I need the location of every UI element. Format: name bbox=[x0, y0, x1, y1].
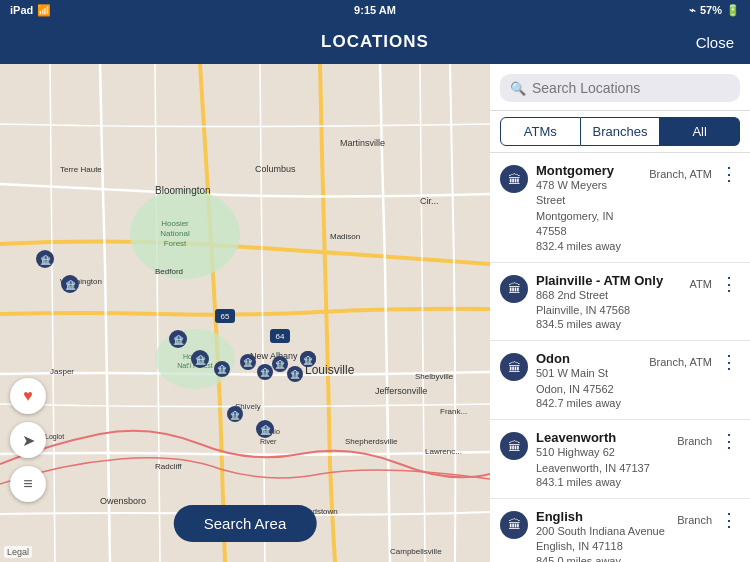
location-name: Plainville - ATM Only bbox=[536, 273, 678, 288]
location-distance: 843.1 miles away bbox=[536, 476, 665, 488]
svg-text:Radcliff: Radcliff bbox=[155, 462, 182, 471]
tab-branches[interactable]: Branches bbox=[581, 117, 661, 146]
more-button[interactable]: ⋮ bbox=[718, 163, 740, 185]
wifi-icon: 📶 bbox=[37, 4, 51, 17]
location-info: Odon 501 W Main St Odon, IN 47562 842.7 … bbox=[536, 351, 637, 409]
search-bar-container: 🔍 bbox=[490, 64, 750, 111]
svg-text:Martinsville: Martinsville bbox=[340, 138, 385, 148]
list-item[interactable]: 🏛 Odon 501 W Main St Odon, IN 47562 842.… bbox=[490, 341, 750, 420]
svg-text:Shelbyville: Shelbyville bbox=[415, 372, 454, 381]
location-list: 🏛 Montgomery 478 W Meyers Street Montgom… bbox=[490, 153, 750, 562]
list-button[interactable]: ≡ bbox=[10, 466, 46, 502]
svg-text:🏦: 🏦 bbox=[40, 254, 52, 266]
location-icon: 🏛 bbox=[500, 165, 528, 193]
bluetooth-icon: ⌁ bbox=[689, 4, 696, 17]
svg-text:🏦: 🏦 bbox=[290, 369, 300, 379]
location-type: Branch bbox=[677, 514, 712, 526]
list-item[interactable]: 🏛 Montgomery 478 W Meyers Street Montgom… bbox=[490, 153, 750, 263]
svg-text:🏦: 🏦 bbox=[65, 279, 77, 291]
svg-text:River: River bbox=[260, 438, 277, 445]
location-distance: 832.4 miles away bbox=[536, 240, 637, 252]
svg-text:Jasper: Jasper bbox=[50, 367, 74, 376]
status-left: iPad 📶 bbox=[10, 4, 51, 17]
search-input-wrap[interactable]: 🔍 bbox=[500, 74, 740, 102]
svg-text:65: 65 bbox=[221, 312, 230, 321]
battery-label: 57% bbox=[700, 4, 722, 16]
svg-text:Cir...: Cir... bbox=[420, 196, 439, 206]
svg-text:🏦: 🏦 bbox=[243, 357, 253, 367]
svg-text:🏦: 🏦 bbox=[230, 410, 240, 420]
location-address: 478 W Meyers Street Montgomery, IN 47558 bbox=[536, 178, 637, 240]
location-icon: 🏛 bbox=[500, 432, 528, 460]
carrier-label: iPad bbox=[10, 4, 33, 16]
svg-text:Columbus: Columbus bbox=[255, 164, 296, 174]
header: LOCATIONS Close bbox=[0, 20, 750, 64]
list-item[interactable]: 🏛 Plainville - ATM Only 868 2nd Street P… bbox=[490, 263, 750, 342]
svg-text:Shepherdsville: Shepherdsville bbox=[345, 437, 398, 446]
svg-text:Terre Haute: Terre Haute bbox=[60, 165, 102, 174]
tab-all[interactable]: All bbox=[660, 117, 740, 146]
location-icon: 🏛 bbox=[500, 275, 528, 303]
more-button[interactable]: ⋮ bbox=[718, 273, 740, 295]
location-address: 200 South Indiana Avenue English, IN 471… bbox=[536, 524, 665, 555]
svg-text:Madison: Madison bbox=[330, 232, 360, 241]
svg-text:National: National bbox=[160, 229, 190, 238]
location-distance: 842.7 miles away bbox=[536, 397, 637, 409]
page-title: LOCATIONS bbox=[321, 32, 429, 52]
location-info: English 200 South Indiana Avenue English… bbox=[536, 509, 665, 562]
status-time: 9:15 AM bbox=[354, 4, 396, 16]
location-distance: 845.0 miles away bbox=[536, 555, 665, 562]
search-area-button[interactable]: Search Area bbox=[174, 505, 317, 542]
location-name: Leavenworth bbox=[536, 430, 665, 445]
svg-text:🏦: 🏦 bbox=[275, 359, 285, 369]
svg-text:64: 64 bbox=[276, 332, 285, 341]
location-icon: 🏛 bbox=[500, 511, 528, 539]
list-item[interactable]: 🏛 Leavenworth 510 Highway 62 Leavenworth… bbox=[490, 420, 750, 499]
location-address: 510 Highway 62 Leavenworth, IN 47137 bbox=[536, 445, 665, 476]
svg-text:Forest: Forest bbox=[164, 239, 187, 248]
svg-text:🏦: 🏦 bbox=[260, 424, 272, 436]
location-info: Plainville - ATM Only 868 2nd Street Pla… bbox=[536, 273, 678, 331]
svg-text:Owensboro: Owensboro bbox=[100, 496, 146, 506]
svg-text:🏦: 🏦 bbox=[195, 354, 207, 366]
more-button[interactable]: ⋮ bbox=[718, 509, 740, 531]
legal-label: Legal bbox=[4, 546, 32, 558]
location-info: Leavenworth 510 Highway 62 Leavenworth, … bbox=[536, 430, 665, 488]
search-icon: 🔍 bbox=[510, 81, 526, 96]
status-bar: iPad 📶 9:15 AM ⌁ 57% 🔋 bbox=[0, 0, 750, 20]
map-controls: ♥ ➤ ≡ bbox=[10, 378, 46, 502]
location-icon: 🏛 bbox=[500, 353, 528, 381]
favorites-button[interactable]: ♥ bbox=[10, 378, 46, 414]
map-svg: Hoosier National Forest Hoosier Nat'l Fo… bbox=[0, 64, 490, 562]
map-area: Hoosier National Forest Hoosier Nat'l Fo… bbox=[0, 64, 490, 562]
search-input[interactable] bbox=[532, 80, 730, 96]
svg-text:Frank...: Frank... bbox=[440, 407, 467, 416]
svg-text:Bedford: Bedford bbox=[155, 267, 183, 276]
location-address: 501 W Main St Odon, IN 47562 bbox=[536, 366, 637, 397]
more-button[interactable]: ⋮ bbox=[718, 351, 740, 373]
right-panel: 🔍 ATMs Branches All 🏛 Montgomery 478 W M… bbox=[490, 64, 750, 562]
location-info: Montgomery 478 W Meyers Street Montgomer… bbox=[536, 163, 637, 252]
status-right: ⌁ 57% 🔋 bbox=[689, 4, 740, 17]
filter-tabs: ATMs Branches All bbox=[490, 111, 750, 153]
main-content: Hoosier National Forest Hoosier Nat'l Fo… bbox=[0, 64, 750, 562]
location-address: 868 2nd Street Plainville, IN 47568 bbox=[536, 288, 678, 319]
svg-text:🏦: 🏦 bbox=[260, 367, 270, 377]
location-name: English bbox=[536, 509, 665, 524]
location-name: Odon bbox=[536, 351, 637, 366]
close-button[interactable]: Close bbox=[696, 34, 734, 51]
svg-text:Loglot: Loglot bbox=[45, 433, 64, 441]
svg-text:🏦: 🏦 bbox=[217, 364, 227, 374]
list-item[interactable]: 🏛 English 200 South Indiana Avenue Engli… bbox=[490, 499, 750, 562]
svg-text:🏦: 🏦 bbox=[303, 355, 313, 365]
more-button[interactable]: ⋮ bbox=[718, 430, 740, 452]
svg-text:Hoosier: Hoosier bbox=[161, 219, 189, 228]
tab-atms[interactable]: ATMs bbox=[500, 117, 581, 146]
svg-text:🏦: 🏦 bbox=[173, 334, 185, 346]
location-distance: 834.5 miles away bbox=[536, 318, 678, 330]
svg-text:Campbellsville: Campbellsville bbox=[390, 547, 442, 556]
location-type: Branch, ATM bbox=[649, 168, 712, 180]
location-type: ATM bbox=[690, 278, 712, 290]
battery-icon: 🔋 bbox=[726, 4, 740, 17]
location-button[interactable]: ➤ bbox=[10, 422, 46, 458]
